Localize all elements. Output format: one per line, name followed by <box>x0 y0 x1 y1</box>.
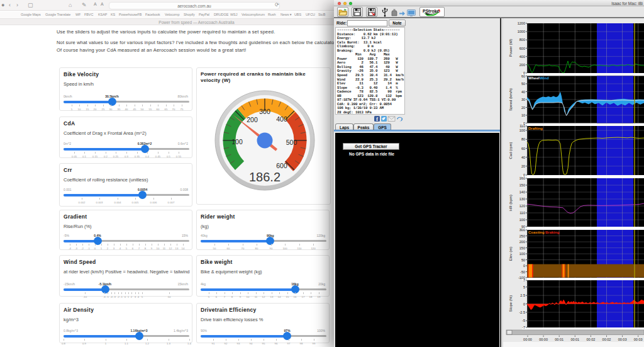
svg-text:200: 200 <box>519 63 525 67</box>
svg-text:HR (bpm): HR (bpm) <box>509 195 513 211</box>
svg-text:100: 100 <box>231 138 243 145</box>
svg-text:100: 100 <box>519 218 525 222</box>
svg-text:20: 20 <box>521 164 525 168</box>
svg-text:400: 400 <box>276 115 287 123</box>
svg-text:00:02: 00:02 <box>587 338 596 341</box>
svg-text:5: 5 <box>523 285 525 289</box>
svg-text:-7: -7 <box>522 326 525 329</box>
svg-text:f: f <box>376 117 378 122</box>
svg-text:Wheel: Wheel <box>528 76 540 80</box>
svg-text:10: 10 <box>521 113 525 117</box>
svg-text:30: 30 <box>521 98 525 101</box>
svg-text:-5: -5 <box>522 319 525 322</box>
svg-text:Cad (rpm): Cad (rpm) <box>509 142 513 159</box>
svg-text:400: 400 <box>519 55 525 59</box>
svg-text:60: 60 <box>521 74 525 78</box>
svg-text:300: 300 <box>519 228 525 232</box>
svg-text:40: 40 <box>521 156 525 159</box>
svg-text:00:00: 00:00 <box>523 338 532 341</box>
svg-text:Coasting: Coasting <box>528 230 545 234</box>
svg-text:1200: 1200 <box>518 21 525 25</box>
svg-text:100: 100 <box>519 128 525 132</box>
svg-text:00:01: 00:01 <box>555 338 564 341</box>
svg-text:60: 60 <box>521 147 525 151</box>
svg-text:140: 140 <box>519 190 525 194</box>
svg-text:40: 40 <box>521 90 525 94</box>
svg-text:500: 500 <box>286 139 297 146</box>
svg-text:150: 150 <box>519 183 525 187</box>
svg-text:50: 50 <box>521 82 525 86</box>
svg-text:Slope (%): Slope (%) <box>509 295 513 312</box>
svg-text:160: 160 <box>519 176 525 180</box>
svg-text:80: 80 <box>521 137 525 141</box>
svg-text:200: 200 <box>247 116 258 123</box>
svg-text:1000: 1000 <box>518 30 525 33</box>
svg-text:120: 120 <box>519 204 525 208</box>
svg-text:PStroke: PStroke <box>423 9 440 13</box>
svg-text:00:02: 00:02 <box>602 338 611 341</box>
svg-text:Braking: Braking <box>545 230 560 234</box>
svg-text:100: 100 <box>519 252 525 256</box>
svg-text:2.5: 2.5 <box>520 293 525 297</box>
svg-text:00:03: 00:03 <box>634 338 643 341</box>
svg-text:130: 130 <box>519 197 525 201</box>
svg-text:20: 20 <box>521 106 525 110</box>
svg-text:00:00: 00:00 <box>539 338 548 341</box>
svg-text:0: 0 <box>523 264 525 268</box>
svg-text:110: 110 <box>519 124 525 128</box>
svg-text:600: 600 <box>276 162 287 169</box>
svg-text:Power (W): Power (W) <box>509 39 513 57</box>
svg-text:-2.5: -2.5 <box>519 310 525 314</box>
svg-text:150: 150 <box>519 246 525 250</box>
svg-text:-50: -50 <box>520 270 525 274</box>
svg-text:00:01: 00:01 <box>570 338 579 341</box>
svg-text:800: 800 <box>519 38 525 42</box>
svg-text:250: 250 <box>519 234 525 238</box>
svg-text:Wind: Wind <box>540 76 549 80</box>
svg-text:0: 0 <box>523 302 525 306</box>
svg-text:50: 50 <box>521 258 525 262</box>
svg-text:Drafting: Drafting <box>528 127 543 130</box>
svg-text:186.2: 186.2 <box>249 170 280 184</box>
svg-text:110: 110 <box>519 211 525 215</box>
svg-text:600: 600 <box>519 47 525 50</box>
svg-text:200: 200 <box>519 240 525 244</box>
svg-text:7: 7 <box>523 278 525 282</box>
svg-text:Elev (m): Elev (m) <box>509 247 513 261</box>
svg-text:300: 300 <box>259 108 270 115</box>
svg-text:00:03: 00:03 <box>618 338 627 341</box>
svg-text:Speed (km/h): Speed (km/h) <box>509 88 513 111</box>
